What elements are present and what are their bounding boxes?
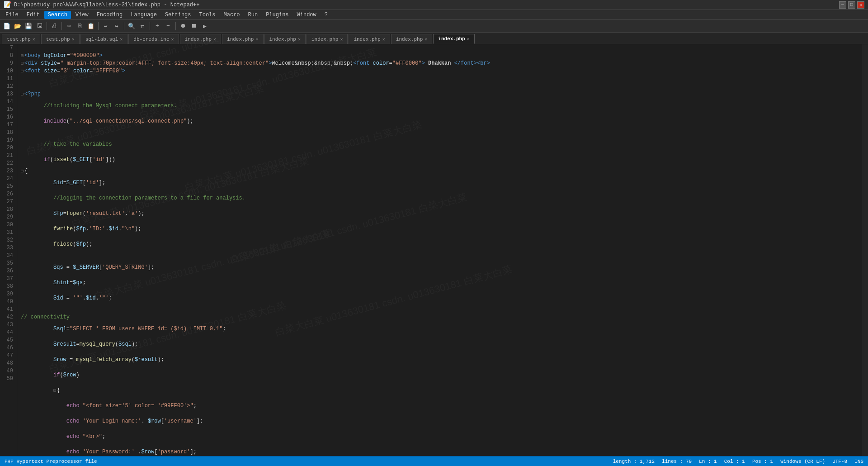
tab-index-1[interactable]: index.php ✕ <box>180 34 221 44</box>
code-php-open: <?php <box>24 90 41 98</box>
toolbar-save[interactable]: 💾 <box>24 21 33 31</box>
menu-run[interactable]: Run <box>245 11 262 19</box>
fold-13[interactable]: ⊟ <box>21 90 24 98</box>
toolbar-replace[interactable]: ⇄ <box>137 21 147 31</box>
maximize-button[interactable]: □ <box>848 1 855 9</box>
fold-19[interactable]: ⊟ <box>21 167 24 175</box>
tab-sql-lab[interactable]: sql-lab.sql ✕ <box>80 34 128 44</box>
tab-close-test-php-2[interactable]: ✕ <box>72 37 75 42</box>
code-line-37: echo 'Your Login name:'. $row['username'… <box>21 414 859 429</box>
code-str-15: "../sql-connections/sql-connect.php" <box>70 118 187 125</box>
tab-db-creds[interactable]: db-creds.inc ✕ <box>128 34 179 44</box>
fold-9[interactable]: ⊟ <box>21 60 24 67</box>
status-col: Col : 1 <box>724 459 745 464</box>
vertical-scrollbar[interactable] <box>863 44 868 456</box>
code-paren-34: ( <box>60 371 63 379</box>
toolbar-zoom-out[interactable]: − <box>163 21 173 31</box>
code-eq-28: = <box>63 295 73 302</box>
menu-plugins[interactable]: Plugins <box>262 11 292 19</box>
code-dot-23b: . <box>118 225 122 233</box>
toolbar-paste[interactable]: 📋 <box>86 21 96 31</box>
tab-label: index.php <box>185 37 212 42</box>
tab-close-test-php-1[interactable]: ✕ <box>33 37 35 42</box>
tab-label: test.php <box>46 37 70 42</box>
tab-index-3[interactable]: index.php ✕ <box>264 34 306 44</box>
code-val-color2: "#FFFF00" <box>93 67 122 75</box>
toolbar-open[interactable]: 📂 <box>13 21 23 31</box>
line-num-10: 10 <box>2 67 13 75</box>
tab-close-index-4[interactable]: ✕ <box>340 37 343 42</box>
tab-index-5[interactable]: index.php ✕ <box>349 34 390 44</box>
tab-close-index-1[interactable]: ✕ <box>213 37 216 42</box>
menu-language[interactable]: Language <box>127 11 160 19</box>
line-num-34: 34 <box>2 252 13 260</box>
toolbar-copy[interactable]: ⎘ <box>75 21 85 31</box>
menu-macro[interactable]: Macro <box>220 11 244 19</box>
minimize-button[interactable]: — <box>839 1 846 9</box>
menu-view[interactable]: View <box>72 11 92 19</box>
toolbar-play[interactable]: ▶ <box>200 21 210 31</box>
fold-8[interactable]: ⊟ <box>21 52 24 60</box>
tab-label: index.php <box>227 37 254 42</box>
toolbar-save-all[interactable]: 🖫 <box>34 21 44 31</box>
tab-test-php-2[interactable]: test.php ✕ <box>41 34 80 44</box>
toolbar-zoom-in[interactable]: + <box>152 21 162 31</box>
toolbar-cut[interactable]: ✂ <box>64 21 74 31</box>
code-line-12 <box>21 83 859 90</box>
tab-close-db-creds[interactable]: ✕ <box>171 37 174 42</box>
code-paren-32b: ); <box>132 341 138 348</box>
toolbar-record[interactable]: ⏺ <box>178 21 188 31</box>
menu-search[interactable]: Search <box>44 11 71 19</box>
toolbar-print[interactable]: 🖨 <box>49 21 59 31</box>
fold-35[interactable]: ⊟ <box>53 387 56 395</box>
line-num-27: 27 <box>2 198 13 206</box>
tab-close-index-2[interactable]: ✕ <box>255 37 258 42</box>
menu-window[interactable]: Window <box>293 11 320 19</box>
close-button[interactable]: ✕ <box>857 1 864 9</box>
line-num-21: 21 <box>2 152 13 160</box>
code-paren-22b: ); <box>138 210 144 218</box>
code-fwrite: fwrite <box>53 225 73 233</box>
toolbar-undo[interactable]: ↩ <box>101 21 111 31</box>
code-brace-35: { <box>57 387 60 395</box>
tab-label: test.php <box>7 37 31 42</box>
code-editor[interactable]: ⊟<body bgColor="#000000"> ⊟<div style=" … <box>17 44 863 456</box>
tab-test-php-1[interactable]: test.php ✕ <box>2 34 40 44</box>
code-bracket-18: [ <box>89 156 92 164</box>
menu-edit[interactable]: Edit <box>23 11 43 19</box>
code-paren-22: ( <box>83 210 86 218</box>
tab-close-index-active[interactable]: ✕ <box>467 36 470 42</box>
line-num-41: 41 <box>2 306 13 314</box>
line-num-12: 12 <box>2 83 13 90</box>
line-num-11: 11 <box>2 75 13 83</box>
code-line-20: $id=$_GET['id']; <box>21 175 859 190</box>
menu-file[interactable]: File <box>2 11 22 19</box>
line-num-22: 22 <box>2 160 13 167</box>
fold-10[interactable]: ⊟ <box>21 67 24 75</box>
code-semi-31: ; <box>223 325 226 333</box>
tab-index-active[interactable]: index.php ✕ <box>433 34 474 44</box>
tab-close-index-6[interactable]: ✕ <box>425 37 427 42</box>
tab-close-sql-lab[interactable]: ✕ <box>120 37 123 42</box>
tab-index-6[interactable]: index.php ✕ <box>391 34 432 44</box>
code-var-qs: $qs <box>53 264 63 271</box>
code-line-28: $id = '"'.$id.'"'; <box>21 290 859 306</box>
toolbar-sep-1 <box>47 22 47 30</box>
tab-index-4[interactable]: index.php ✕ <box>307 34 348 44</box>
code-var-id-23: $id <box>108 225 118 233</box>
line-num-30: 30 <box>2 221 13 229</box>
code-var-row-37: $row <box>148 418 161 425</box>
tab-close-index-3[interactable]: ✕ <box>298 37 301 42</box>
toolbar-stop[interactable]: ⏹ <box>189 21 199 31</box>
code-var-id-28: $id <box>53 295 63 302</box>
menu-tools[interactable]: Tools <box>195 11 219 19</box>
menu-encoding[interactable]: Encoding <box>93 11 127 19</box>
toolbar-new[interactable]: 📄 <box>2 21 12 31</box>
tab-close-index-5[interactable]: ✕ <box>382 37 385 42</box>
menu-help[interactable]: ? <box>321 11 331 19</box>
toolbar-find[interactable]: 🔍 <box>127 21 137 31</box>
toolbar-redo[interactable]: ↪ <box>112 21 122 31</box>
menu-settings[interactable]: Settings <box>161 11 195 19</box>
tab-index-2[interactable]: index.php ✕ <box>222 34 263 44</box>
code-echo-36: echo <box>66 402 80 410</box>
